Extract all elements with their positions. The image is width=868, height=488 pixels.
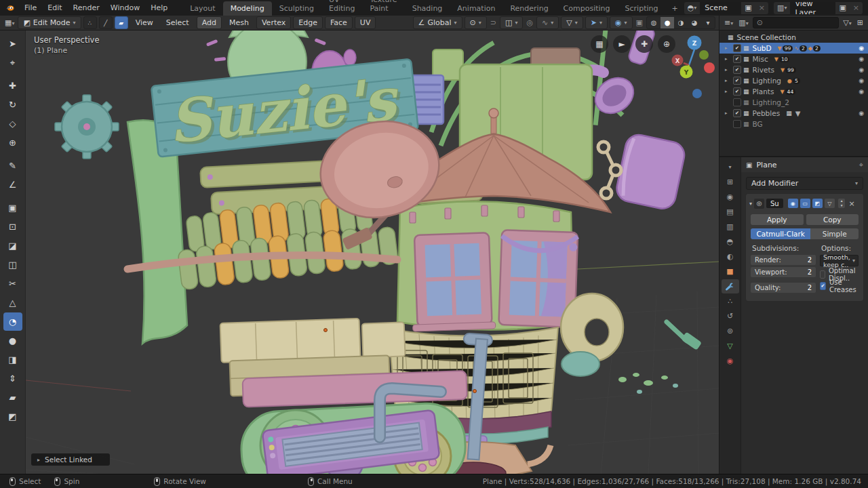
- outliner-row-misc[interactable]: ▸ ✔ ▦ Misc ▼10 ◉: [719, 54, 868, 64]
- tab-scripting[interactable]: Scripting: [618, 1, 666, 16]
- tab-sculpting[interactable]: Sculpting: [272, 1, 321, 16]
- collection-checkbox[interactable]: ✔: [733, 44, 741, 52]
- collapse-icon[interactable]: ▾: [749, 201, 752, 207]
- navigation-gizmo[interactable]: Z X Y: [659, 33, 717, 102]
- tab-object-data[interactable]: ▽: [722, 339, 739, 353]
- viewport-toggle[interactable]: ▭: [800, 199, 810, 208]
- tab-rendering[interactable]: Rendering: [502, 1, 555, 16]
- pan-view-button[interactable]: ✚: [635, 35, 653, 53]
- outliner-row-plants[interactable]: ▸ ✔ ▦ Plants ▼44 ◉: [719, 86, 868, 97]
- tool-loop-cut[interactable]: ◫: [3, 256, 22, 274]
- tab-uv-editing[interactable]: UV Editing: [321, 0, 362, 16]
- add-modifier-dropdown[interactable]: Add Modifier ▾: [746, 177, 863, 190]
- eye-icon[interactable]: ◉: [859, 110, 864, 117]
- move-modifier-buttons[interactable]: ▴▾: [838, 199, 846, 208]
- menu-view[interactable]: View: [130, 16, 159, 29]
- outliner-row-subd[interactable]: ▸ ✔ ▦ SubD ▼99 ∿2 ◆2 ◉: [719, 43, 868, 54]
- orthographic-toggle-button[interactable]: ▦: [591, 35, 608, 53]
- collection-checkbox[interactable]: ✔: [733, 55, 741, 63]
- render-subdivisions-field[interactable]: Render:2: [751, 255, 816, 265]
- search-input[interactable]: [766, 18, 816, 27]
- tool-spin[interactable]: ◔: [3, 312, 22, 331]
- tab-world[interactable]: ◐: [722, 249, 739, 264]
- tab-modifiers[interactable]: [722, 279, 739, 293]
- tab-animation[interactable]: Animation: [450, 1, 502, 16]
- tool-rip-region[interactable]: ◩: [3, 407, 22, 426]
- outliner-row-bg[interactable]: ▦ BG: [719, 119, 868, 129]
- outliner-display-mode-dropdown[interactable]: ▥▾: [737, 18, 749, 27]
- snap-target-dropdown[interactable]: ◫▾: [500, 16, 523, 29]
- tab-shading[interactable]: Shading: [405, 1, 450, 16]
- tab-modeling[interactable]: Modeling: [223, 1, 272, 16]
- tab-particles[interactable]: ∴: [722, 294, 739, 308]
- tool-scale[interactable]: ◇: [3, 115, 22, 133]
- overlays-toggle-dropdown[interactable]: ◉▾: [610, 16, 633, 29]
- tab-tool[interactable]: ⊞: [722, 175, 739, 189]
- gizmo-z-neg[interactable]: [692, 89, 702, 98]
- tool-move[interactable]: ✚: [3, 77, 22, 95]
- viewport-3d-scene[interactable]: Suzie's Suzie's: [26, 30, 719, 474]
- tool-inset-faces[interactable]: ⊡: [3, 218, 22, 236]
- tab-output[interactable]: ▤: [722, 205, 739, 219]
- copy-button[interactable]: Copy: [806, 214, 859, 225]
- tool-knife[interactable]: ✂: [3, 274, 22, 293]
- add-workspace-button[interactable]: +: [665, 1, 684, 16]
- shading-wireframe-button[interactable]: ◍: [647, 17, 660, 28]
- new-collection-button[interactable]: ⊞: [856, 18, 865, 27]
- eye-icon[interactable]: ◉: [859, 88, 864, 95]
- breadcrumb-object-name[interactable]: Plane: [756, 161, 776, 169]
- tab-render[interactable]: ◉: [722, 190, 739, 204]
- eye-icon[interactable]: ◉: [859, 77, 864, 84]
- menu-edge[interactable]: Edge: [293, 16, 323, 29]
- apply-button[interactable]: Apply: [751, 214, 804, 225]
- outliner-root[interactable]: ▦ Scene Collection: [719, 32, 868, 43]
- quality-field[interactable]: Quality:2: [751, 283, 816, 293]
- tab-object[interactable]: ■: [722, 264, 739, 279]
- operator-panel[interactable]: ▸ Select Linked: [31, 453, 110, 466]
- properties-editor-selector[interactable]: ▾: [722, 160, 739, 174]
- collection-checkbox[interactable]: [733, 98, 741, 106]
- tab-constraints[interactable]: ⊚: [722, 324, 739, 338]
- tool-add-cube[interactable]: ▣: [3, 199, 22, 217]
- tool-transform[interactable]: ⊕: [3, 134, 22, 152]
- tool-select-box[interactable]: ➤: [3, 35, 22, 53]
- tab-view-layer[interactable]: ▥: [722, 220, 739, 234]
- 3d-viewport[interactable]: Suzie's Suzie's: [26, 30, 719, 474]
- face-select-button[interactable]: ▰: [115, 16, 128, 29]
- gizmo-y-neg[interactable]: [699, 50, 709, 60]
- remove-view-layer-icon[interactable]: ×: [850, 2, 863, 14]
- menu-vertex[interactable]: Vertex: [256, 16, 291, 29]
- cage-toggle[interactable]: ▽: [825, 199, 835, 208]
- tab-scene[interactable]: ◓: [722, 235, 739, 249]
- use-creases-checkbox[interactable]: ✔Use Creases: [820, 281, 859, 291]
- menu-select[interactable]: Select: [161, 16, 195, 29]
- camera-view-button[interactable]: ►: [613, 35, 631, 53]
- menu-uv[interactable]: UV: [355, 16, 376, 29]
- new-view-layer-icon[interactable]: ▣: [835, 2, 849, 14]
- scene-name-field[interactable]: Scene: [700, 2, 741, 14]
- visibility-filter-dropdown[interactable]: ▽▾: [561, 16, 583, 29]
- eye-icon[interactable]: ◉: [859, 45, 864, 52]
- tab-texture-paint[interactable]: Texture Paint: [362, 0, 404, 16]
- tool-shrink-fatten[interactable]: ⇕: [3, 369, 22, 388]
- menu-window[interactable]: Window: [105, 1, 145, 14]
- menu-render[interactable]: Render: [68, 1, 105, 14]
- new-scene-icon[interactable]: ▣: [741, 2, 755, 14]
- menu-face[interactable]: Face: [325, 16, 353, 29]
- remove-modifier-button[interactable]: ×: [848, 199, 854, 208]
- shading-material-button[interactable]: ◑: [674, 17, 688, 28]
- uv-smooth-dropdown[interactable]: Smooth, keep c..▾: [820, 255, 859, 266]
- scene-icon[interactable]: ◓▾: [684, 2, 701, 14]
- tool-measure[interactable]: ∠: [3, 176, 22, 194]
- outliner-row-rivets[interactable]: ▸ ✔ ▦ Rivets ▼99 ◉: [719, 64, 868, 75]
- gizmo-toggle-dropdown[interactable]: ➤▾: [585, 16, 608, 29]
- editor-type-selector[interactable]: ▦▾: [3, 18, 16, 27]
- eye-icon[interactable]: ◉: [859, 66, 864, 73]
- xray-toggle[interactable]: ▣: [635, 18, 644, 27]
- pivot-dropdown[interactable]: ⊙▾: [465, 16, 487, 29]
- collection-checkbox[interactable]: [733, 120, 741, 128]
- tool-cursor[interactable]: ⌖: [3, 54, 22, 72]
- gizmo-x-neg[interactable]: [704, 62, 715, 73]
- view-layer-name-field[interactable]: View Layer: [790, 2, 835, 14]
- snap-magnet-toggle[interactable]: ⊃: [489, 18, 498, 27]
